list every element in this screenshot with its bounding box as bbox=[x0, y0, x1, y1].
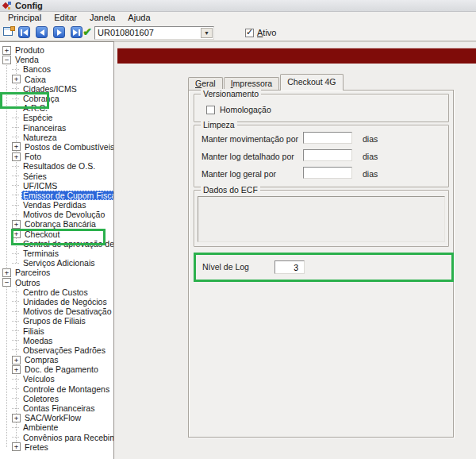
tree-item-centro-de-custos[interactable]: Centro de Custos bbox=[2, 287, 113, 297]
tree-item-motivos-de-desativacao[interactable]: Motivos de Desativação bbox=[2, 307, 113, 316]
tree-item-fretes[interactable]: +Fretes bbox=[2, 442, 113, 452]
tree-item-label: Venda bbox=[13, 55, 40, 64]
cleanup-input-manter-movimentacao-por[interactable] bbox=[303, 132, 352, 144]
dados-ecf-list[interactable] bbox=[198, 196, 445, 242]
expand-toggle-icon[interactable]: + bbox=[12, 75, 21, 83]
expand-toggle-icon[interactable]: + bbox=[12, 414, 21, 422]
tree-item-postos-de-combustiveis[interactable]: +Postos de Combustíveis bbox=[2, 142, 113, 152]
group-versionamento: Versionamento Homologação bbox=[194, 94, 449, 122]
tree-item-vendas-perdidas[interactable]: Vendas Perdidas bbox=[2, 200, 113, 210]
homologacao-checkbox[interactable] bbox=[206, 106, 215, 114]
cleanup-suffix: dias bbox=[363, 148, 378, 165]
tree-item-label: Doc. de Pagamento bbox=[23, 364, 100, 374]
menu-item-editar[interactable]: Editar bbox=[48, 13, 83, 22]
combobox-dropdown-button[interactable]: ▼ bbox=[201, 28, 213, 38]
tree-item-label: Financeiras bbox=[21, 123, 67, 133]
tree-item-label: Terminais bbox=[21, 249, 60, 258]
expand-toggle-icon[interactable]: + bbox=[12, 220, 21, 229]
tree-item-controle-de-montagens[interactable]: Controle de Montagens bbox=[2, 384, 113, 394]
cleanup-input-manter-log-geral-por[interactable] bbox=[303, 167, 352, 179]
tree-item-parceiros[interactable]: +Parceiros bbox=[2, 268, 113, 277]
tree-item-checkout[interactable]: +Checkout bbox=[2, 230, 113, 239]
menu-item-ajuda[interactable]: Ajuda bbox=[121, 13, 156, 22]
tree-connector bbox=[12, 408, 19, 409]
tree-connector bbox=[12, 253, 19, 254]
tab-checkout-4g[interactable]: Checkout 4G bbox=[280, 74, 343, 91]
confirm-button[interactable]: ✔ bbox=[80, 25, 94, 39]
menu-item-principal[interactable]: Principal bbox=[2, 13, 48, 22]
tree-item-coletores[interactable]: Coletores bbox=[2, 394, 113, 403]
tree-item-emissor-de-cupom-fiscal[interactable]: Emissor de Cupom Fiscal bbox=[2, 191, 113, 200]
previous-record-button[interactable] bbox=[36, 26, 48, 38]
tree-item-resultados-de-o-s[interactable]: Resultados de O.S. bbox=[2, 161, 113, 171]
first-record-button[interactable] bbox=[18, 26, 30, 38]
tree-item-a-r-c[interactable]: A.R.C. bbox=[2, 103, 113, 113]
expand-toggle-icon[interactable]: + bbox=[2, 46, 11, 55]
tree-item-grupos-de-filiais[interactable]: Grupos de Filiais bbox=[2, 316, 113, 326]
tree-item-observacoes-padroes[interactable]: Observações Padrões bbox=[2, 345, 113, 355]
record-combobox[interactable]: UR010801607 ▼ bbox=[94, 26, 214, 40]
tree-item-label: Fretes bbox=[23, 442, 50, 452]
tree-item-cidades-icms[interactable]: Cidades/ICMS bbox=[2, 84, 113, 94]
tree-item-ambiente[interactable]: Ambiente bbox=[2, 422, 113, 432]
tree-item-terminais[interactable]: Terminais bbox=[2, 249, 113, 258]
tree-item-label: Observações Padrões bbox=[21, 345, 107, 355]
tree-item-contas-financeiras[interactable]: Contas Financeiras bbox=[2, 403, 113, 413]
tree-connector bbox=[12, 98, 19, 99]
expand-toggle-icon[interactable]: + bbox=[12, 152, 21, 161]
tree-item-servicos-adicionais[interactable]: Serviços Adicionais bbox=[2, 258, 113, 268]
expand-toggle-icon[interactable]: − bbox=[2, 278, 11, 287]
expand-toggle-icon[interactable]: + bbox=[12, 142, 21, 151]
homologacao-row[interactable]: Homologação bbox=[206, 105, 271, 114]
expand-toggle-icon[interactable]: + bbox=[12, 230, 21, 238]
toolbar: ✔ UR010801607 ▼ Ativo bbox=[0, 23, 476, 41]
expand-toggle-icon[interactable]: + bbox=[2, 268, 11, 277]
expand-toggle-icon[interactable]: + bbox=[12, 365, 21, 374]
tree-item-doc-de-pagamento[interactable]: +Doc. de Pagamento bbox=[2, 364, 113, 374]
tree-item-financeiras[interactable]: Financeiras bbox=[2, 123, 113, 133]
ativo-checkbox[interactable] bbox=[245, 29, 254, 37]
tree-item-foto[interactable]: +Foto bbox=[2, 152, 113, 161]
group-limpeza-title: Limpeza bbox=[201, 120, 237, 129]
tree-item-uf-icms[interactable]: UF/ICMS bbox=[2, 181, 113, 191]
ativo-checkbox-group[interactable]: Ativo bbox=[245, 28, 276, 37]
menu-item-janela[interactable]: Janela bbox=[83, 13, 121, 22]
tree-item-filiais[interactable]: Filiais bbox=[2, 326, 113, 335]
tree-item-unidades-de-negocios[interactable]: Unidades de Negócios bbox=[2, 297, 113, 307]
tree-item-venda[interactable]: −Venda bbox=[2, 55, 113, 64]
expand-toggle-icon[interactable]: − bbox=[2, 56, 11, 64]
new-form-button[interactable] bbox=[3, 26, 15, 37]
expand-toggle-icon[interactable]: + bbox=[12, 442, 21, 451]
tree-connector bbox=[12, 166, 19, 167]
tree-item-central-de-aprovacao-de-credito[interactable]: Central de aprovação de crédito bbox=[2, 239, 113, 249]
tree-item-natureza[interactable]: Natureza bbox=[2, 133, 113, 142]
tree-item-sac-workflow[interactable]: +SAC/WorkFlow bbox=[2, 413, 113, 422]
window-title: Config bbox=[15, 1, 43, 10]
tree-item-veiculos[interactable]: Veículos bbox=[2, 374, 113, 384]
accel-underline: G bbox=[195, 79, 202, 88]
ativo-label: Ativo bbox=[257, 28, 276, 37]
tree-item-cobranca-bancaria[interactable]: +Cobrança Bancária bbox=[2, 219, 113, 229]
next-record-button[interactable] bbox=[53, 26, 65, 38]
tree-item-moedas[interactable]: Moedas bbox=[2, 336, 113, 345]
tree-item-caixa[interactable]: +Caixa bbox=[2, 75, 113, 84]
tree-connector bbox=[12, 214, 19, 215]
tree-item-motivos-de-devolucao[interactable]: Motivos de Devolução bbox=[2, 210, 113, 219]
nivel-de-log-input[interactable] bbox=[274, 260, 305, 274]
tree-item-cobranca[interactable]: Cobrança bbox=[2, 94, 113, 103]
tree-item-outros[interactable]: −Outros bbox=[2, 278, 113, 287]
tree-item-label: Produto bbox=[13, 45, 46, 55]
tree-item-compras[interactable]: +Compras bbox=[2, 355, 113, 364]
expand-toggle-icon[interactable]: + bbox=[12, 356, 21, 364]
cleanup-input-manter-log-detalhado-por[interactable] bbox=[303, 149, 352, 161]
tree-connector bbox=[12, 127, 19, 128]
tree-item-bancos[interactable]: Bancos bbox=[2, 64, 113, 74]
tree-item-label: Cobrança bbox=[21, 94, 61, 103]
tree-item-convenios-para-recebimentos-c[interactable]: Convênios para Recebimentos c bbox=[2, 433, 113, 442]
tree-item-label: Serviços Adicionais bbox=[21, 258, 96, 268]
accel-underline: A bbox=[257, 28, 263, 37]
tree-item-produto[interactable]: +Produto bbox=[2, 45, 113, 55]
tree-connector bbox=[12, 349, 19, 350]
tree-item-especie[interactable]: Espécie bbox=[2, 113, 113, 122]
tree-item-series[interactable]: Séries bbox=[2, 171, 113, 180]
